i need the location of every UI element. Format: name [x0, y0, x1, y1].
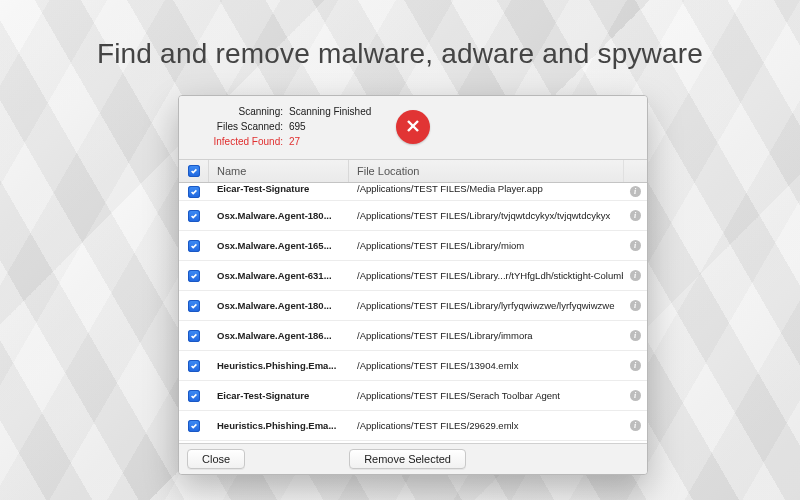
row-info-button[interactable]: i	[623, 201, 647, 230]
table-row[interactable]: Osx.Malware.Agent-631.../Applications/TE…	[179, 261, 647, 291]
table-row[interactable]: Eicar-Test-Signature/Applications/TEST F…	[179, 381, 647, 411]
table-row[interactable]: Eicar-Test-Signature/Applications/TEST F…	[179, 183, 647, 201]
info-icon: i	[630, 210, 641, 221]
row-checkbox[interactable]	[179, 201, 209, 230]
row-checkbox[interactable]	[179, 411, 209, 440]
table-row[interactable]: Heuristics.Phishing.Ema.../Applications/…	[179, 351, 647, 381]
file-location: /Applications/TEST FILES/Serach Toolbar …	[349, 381, 623, 410]
threat-name: Osx.Malware.Agent-631...	[209, 261, 349, 290]
remove-selected-button[interactable]: Remove Selected	[349, 449, 466, 469]
row-checkbox[interactable]	[179, 351, 209, 380]
select-all-checkbox[interactable]	[179, 160, 209, 182]
row-checkbox[interactable]	[179, 183, 209, 200]
info-icon: i	[630, 420, 641, 431]
scan-results-window: Scanning: Scanning Finished Files Scanne…	[178, 95, 648, 475]
checkbox-icon	[188, 300, 200, 312]
table-row[interactable]: Osx.Malware.Agent-180.../Applications/TE…	[179, 201, 647, 231]
file-location: /Applications/TEST FILES/29629.emlx	[349, 411, 623, 440]
infected-found-value: 27	[289, 136, 300, 147]
column-header-info	[623, 160, 647, 182]
row-checkbox[interactable]	[179, 321, 209, 350]
file-location: /Applications/TEST FILES/Library/immora	[349, 321, 623, 350]
row-info-button[interactable]: i	[623, 321, 647, 350]
file-location: /Applications/TEST FILES/13904.emlx	[349, 351, 623, 380]
scanning-status-label: Scanning:	[189, 106, 289, 117]
table-row[interactable]: Osx.Malware.Agent-186.../Applications/TE…	[179, 321, 647, 351]
threat-name: Osx.Malware.Agent-186...	[209, 321, 349, 350]
row-info-button[interactable]: i	[623, 411, 647, 440]
row-info-button[interactable]: i	[623, 231, 647, 260]
threat-name: Eicar-Test-Signature	[209, 381, 349, 410]
threat-name: Eicar-Test-Signature	[209, 183, 349, 200]
row-info-button[interactable]: i	[623, 261, 647, 290]
checkbox-icon	[188, 270, 200, 282]
infected-found-label: Infected Found:	[189, 136, 289, 147]
checkbox-icon	[188, 240, 200, 252]
close-icon	[405, 118, 421, 136]
checkbox-icon	[188, 360, 200, 372]
row-info-button[interactable]: i	[623, 351, 647, 380]
results-table[interactable]: Eicar-Test-Signature/Applications/TEST F…	[179, 183, 647, 444]
row-checkbox[interactable]	[179, 231, 209, 260]
info-icon: i	[630, 300, 641, 311]
table-header: Name File Location	[179, 159, 647, 183]
threat-name: Osx.Malware.Agent-165...	[209, 231, 349, 260]
info-icon: i	[630, 240, 641, 251]
info-icon: i	[630, 330, 641, 341]
row-info-button[interactable]: i	[623, 291, 647, 320]
checkbox-icon	[188, 186, 200, 198]
window-footer: Close Remove Selected	[179, 444, 647, 474]
row-checkbox[interactable]	[179, 261, 209, 290]
info-icon: i	[630, 270, 641, 281]
table-row[interactable]: Heuristics.Phishing.Ema.../Applications/…	[179, 411, 647, 441]
row-info-button[interactable]: i	[623, 183, 647, 200]
column-header-location[interactable]: File Location	[349, 160, 623, 182]
file-location: /Applications/TEST FILES/Library...r/tYH…	[349, 261, 623, 290]
checkbox-icon	[188, 210, 200, 222]
info-icon: i	[630, 186, 641, 197]
table-row[interactable]: Osx.Malware.Agent-165.../Applications/TE…	[179, 231, 647, 261]
checkbox-icon	[188, 165, 200, 177]
row-info-button[interactable]: i	[623, 381, 647, 410]
checkbox-icon	[188, 390, 200, 402]
threat-name: Osx.Malware.Agent-180...	[209, 201, 349, 230]
files-scanned-label: Files Scanned:	[189, 121, 289, 132]
threat-name: Osx.Malware.Agent-180...	[209, 291, 349, 320]
threat-name: Heuristics.Phishing.Ema...	[209, 351, 349, 380]
threat-name: Heuristics.Phishing.Ema...	[209, 411, 349, 440]
column-header-name[interactable]: Name	[209, 160, 349, 182]
file-location: /Applications/TEST FILES/Library/lyrfyqw…	[349, 291, 623, 320]
row-checkbox[interactable]	[179, 291, 209, 320]
scan-summary: Scanning: Scanning Finished Files Scanne…	[179, 96, 647, 159]
stop-scan-button[interactable]	[396, 110, 430, 144]
file-location: /Applications/TEST FILES/Library/tvjqwtd…	[349, 201, 623, 230]
file-location: /Applications/TEST FILES/Library/miom	[349, 231, 623, 260]
page-headline: Find and remove malware, adware and spyw…	[0, 38, 800, 70]
files-scanned-value: 695	[289, 121, 306, 132]
row-checkbox[interactable]	[179, 381, 209, 410]
table-row[interactable]: Osx.Malware.Agent-180.../Applications/TE…	[179, 291, 647, 321]
info-icon: i	[630, 360, 641, 371]
file-location: /Applications/TEST FILES/Media Player.ap…	[349, 183, 623, 200]
checkbox-icon	[188, 420, 200, 432]
checkbox-icon	[188, 330, 200, 342]
info-icon: i	[630, 390, 641, 401]
close-button[interactable]: Close	[187, 449, 245, 469]
scanning-status-value: Scanning Finished	[289, 106, 371, 117]
